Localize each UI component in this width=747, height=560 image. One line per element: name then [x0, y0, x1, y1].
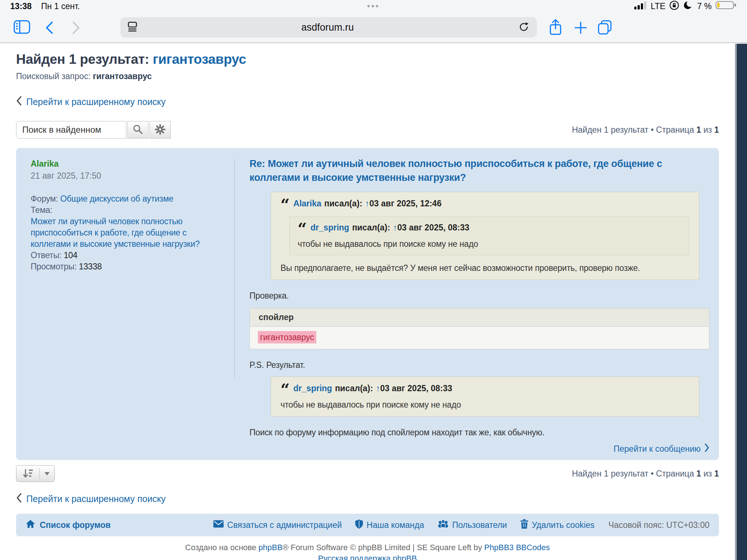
advanced-search-link-label[interactable]: Перейти к расширенному поиску [26, 97, 166, 107]
search-in-results-input[interactable] [16, 121, 126, 139]
quote-goto-arrow-link[interactable]: ↑ [376, 384, 380, 393]
topic-link[interactable]: Может ли аутичный человек полностью прис… [31, 217, 200, 249]
quote-second-text: чтобы не выдавалось при поиске кому не н… [280, 400, 689, 410]
safari-toolbar: asdforum.ru [0, 12, 747, 43]
chevron-left-icon [16, 96, 22, 108]
pagination-total-pages: 1 [714, 125, 719, 135]
russian-support-link[interactable]: Русская поддержка phpBB [318, 554, 417, 560]
url-text[interactable]: asdforum.ru [138, 22, 517, 33]
powered-by-line: Создано на основе phpBB® Forum Software … [16, 542, 719, 553]
focus-moon-icon [683, 0, 693, 12]
spoiler-box: спойлер гигантозаврус [249, 308, 709, 349]
quote-wrote-label: писал(а): [335, 384, 373, 393]
search-submit-button[interactable] [127, 121, 148, 139]
contact-admin-link[interactable]: Связаться с администрацией [213, 520, 342, 530]
spoiler-body: гигантозаврус [250, 327, 709, 349]
members-label[interactable]: Пользователи [452, 520, 507, 530]
search-query-term: гигантозаврус [93, 71, 152, 81]
forum-link[interactable]: Общие дискуссии об аутизме [60, 194, 173, 203]
post-meta: Форум: Общие дискуссии об аутизме Тема: … [31, 193, 222, 272]
advanced-search-link-bottom[interactable]: Перейти к расширенному поиску [16, 493, 719, 505]
footer-links: Связаться с администрацией Наша команда … [205, 519, 709, 531]
status-date: Пн 1 сент. [41, 1, 80, 11]
quote-goto-arrow-link[interactable]: ↑ [393, 223, 398, 232]
shield-icon [355, 519, 363, 531]
users-icon [437, 520, 449, 530]
orientation-lock-icon [669, 0, 679, 12]
quote-second: “dr_springписал(а):↑03 авг 2025, 08:33 ч… [271, 377, 699, 417]
search-icon [132, 124, 143, 136]
goto-message-row: Перейти к сообщению [249, 443, 709, 454]
pagination-bottom: Найден 1 результат • Страница 1 из 1 [572, 469, 719, 479]
page-title: Найден 1 результат: гигантозаврус [16, 52, 719, 67]
tab-overview-button[interactable] [596, 19, 614, 36]
clock: 13:38 [10, 1, 32, 11]
delete-cookies-link[interactable]: Удалить cookies [520, 519, 595, 531]
members-link[interactable]: Пользователи [437, 520, 507, 530]
advanced-search-link-label[interactable]: Перейти к расширенному поиску [26, 494, 166, 504]
style-credit-link[interactable]: PhpBB3 BBCodes [484, 543, 550, 552]
forward-button[interactable] [70, 20, 82, 35]
topic-label: Тема: [31, 205, 53, 215]
page-title-term-link[interactable]: гигантозаврус [153, 52, 246, 67]
goto-message-link[interactable]: Перейти к сообщению [614, 444, 701, 454]
footer-navbar: Список форумов Связаться с администрацие… [16, 514, 719, 536]
quote-author-link[interactable]: dr_spring [310, 223, 349, 232]
search-options-button[interactable] [150, 121, 171, 139]
quote-date: 03 авг 2025, 12:46 [369, 199, 442, 208]
post-date: 21 авг 2025, 17:50 [31, 171, 222, 181]
address-bar[interactable]: asdforum.ru [120, 17, 537, 38]
spoiler-header[interactable]: спойлер [250, 308, 709, 327]
pagination-current-page: 1 [696, 469, 701, 478]
page-format-icon[interactable] [127, 22, 138, 33]
back-button[interactable] [43, 20, 55, 35]
stage-manager-dots-icon: ••• [367, 1, 380, 11]
delete-cookies-label[interactable]: Удалить cookies [532, 520, 595, 530]
battery-percent-label: 7 % [697, 1, 712, 11]
contact-admin-label[interactable]: Связаться с администрацией [227, 520, 342, 530]
share-button[interactable] [547, 18, 564, 36]
team-link[interactable]: Наша команда [355, 519, 424, 531]
quote-wrote-label: писал(а): [352, 223, 390, 232]
quote-goto-arrow-link[interactable]: ↑ [365, 199, 369, 208]
post-author-link[interactable]: Alarika [31, 159, 222, 169]
russian-support-line: Русская поддержка phpBB [16, 553, 719, 560]
quote-date: 03 авг 2025, 08:33 [397, 223, 469, 232]
board-index-label[interactable]: Список форумов [40, 520, 111, 530]
signal-strength-icon [634, 1, 647, 12]
advanced-search-link-top[interactable]: Перейти к расширенному поиску [16, 96, 719, 108]
post-title-link[interactable]: Re: Может ли аутичный человек полностью … [249, 157, 709, 184]
envelope-icon [213, 520, 224, 530]
sidebar-toggle-button[interactable] [13, 19, 31, 35]
search-query-line: Поисковый запрос: гигантозаврус [16, 71, 719, 81]
chevron-left-icon [16, 493, 22, 505]
post-profile: Alarika 21 авг 2025, 17:50 Форум: Общие … [16, 148, 235, 460]
quote-author-link[interactable]: dr_spring [293, 384, 332, 393]
pagination-text: Найден 1 результат • Страница [572, 469, 694, 478]
sort-options-button[interactable] [16, 465, 55, 482]
status-right-cluster: LTE 7 % [634, 0, 737, 12]
pagination-total-pages: 1 [714, 469, 719, 478]
quote-outer-text: Вы предполагаете, не выдаётся? У меня не… [280, 263, 689, 273]
pagination-text: Найден 1 результат • Страница [572, 125, 694, 135]
quote-outer: “Alarikaписал(а):↑03 авг 2025, 12:46 “dr… [271, 192, 699, 280]
replies-count: 104 [64, 250, 78, 260]
board-index-link[interactable]: Список форумов [26, 520, 111, 530]
post-body: Re: Может ли аутичный человек полностью … [235, 148, 719, 460]
powered-by-text: Создано на основе [185, 543, 259, 552]
replies-label: Ответы: [31, 250, 61, 260]
phpbb-link[interactable]: phpBB [259, 543, 283, 552]
search-result-row: Alarika 21 авг 2025, 17:50 Форум: Общие … [16, 148, 719, 460]
site-credits: Создано на основе phpBB® Forum Software … [16, 542, 719, 560]
quote-inner-text: чтобы не выдавалось при поиске кому не н… [298, 239, 681, 249]
team-label[interactable]: Наша команда [367, 520, 424, 530]
status-bar: 13:38 Пн 1 сент. ••• LTE 7 % [0, 0, 747, 12]
chevron-right-icon [704, 443, 709, 454]
pagination-top: Найден 1 результат • Страница 1 из 1 [572, 125, 719, 135]
reload-button[interactable] [517, 21, 530, 34]
post-text-conclusion: Поиск по форуму информацию под спойлером… [249, 428, 709, 438]
new-tab-button[interactable] [573, 20, 589, 36]
page-title-text: Найден 1 результат: [16, 52, 153, 67]
pagination-of: из [703, 469, 712, 478]
quote-author-link[interactable]: Alarika [293, 199, 321, 208]
